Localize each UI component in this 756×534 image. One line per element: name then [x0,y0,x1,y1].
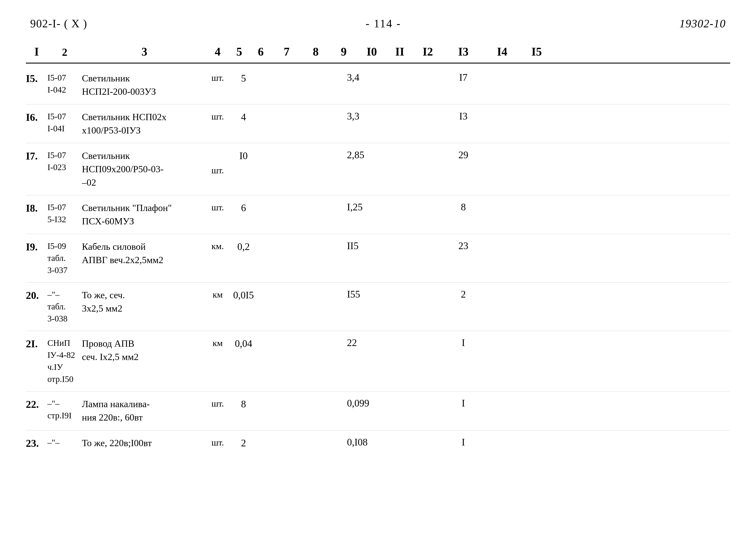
row-num: 23. [26,437,47,450]
row-unit: шт. [207,111,229,123]
row-ref: I5-075-I32 [47,201,82,225]
header-right: 19302-10 [680,17,726,30]
row-desc: То же, 220в;I00вт [82,437,207,450]
row-qty: 8 [229,397,258,411]
row-qty: 5 [229,72,258,85]
table-row: 23. –"– То же, 220в;I00вт шт. 2 0,I08 I [26,430,730,456]
row-num: I5. [26,72,47,86]
row-unit: шт. [207,397,229,410]
table-row: 20. –"–табл.3-038 То же, сеч.3х2,5 мм2 к… [26,283,730,331]
row-desc: То же, сеч.3х2,5 мм2 [82,289,207,315]
col-header-3: 3 [82,45,207,58]
header-left: 902-I- ( X ) [30,17,87,30]
row-value: II5 [330,240,386,251]
page: 902-I- ( X ) - 114 - 19302-10 I 2 3 4 5 … [0,0,756,534]
row-ref: I5-07I-023 [47,149,82,173]
row-num: 22. [26,397,47,412]
row-unit: шт. [207,201,229,214]
col-header-9: 9 [330,45,358,58]
header-center: - 114 - [366,17,401,30]
col-header-13: I3 [442,45,485,58]
row-value: I55 [330,289,386,300]
col-header-10: I0 [358,45,386,58]
row-qty: 0,04 [229,337,258,350]
table-row: I9. I5-09табл.3-037 Кабель силовойАПВГ в… [26,234,730,283]
row-unit: шт. [207,72,229,84]
col-header-7: 7 [272,45,302,58]
row-unit: км [207,289,229,301]
row-ref: СНиПIУ-4-82ч.IУотр.I50 [47,337,82,385]
table-row: I7. I5-07I-023 СветильникНСП09х200/Р50-0… [26,143,730,195]
row-qty: I0 [229,149,258,163]
row-unit: шт. [207,437,229,449]
row-desc: Провод АПВсеч. Iх2,5 мм2 [82,337,207,364]
row-result: I7 [442,72,485,83]
col-header-5: 5 [229,45,250,58]
col-header-1: I [26,45,47,58]
col-header-14: I4 [485,45,519,58]
col-header-2: 2 [47,46,82,58]
row-value: 22 [330,337,386,348]
data-rows: I5. I5-07I-042 СветильникНСП2I-200-003УЗ… [26,66,730,456]
row-result: 23 [442,240,485,251]
row-qty: 6 [229,201,258,215]
row-qty: 0,0I5 [229,289,258,302]
row-unit: шт. [207,149,229,177]
row-result: 29 [442,149,485,161]
row-result: 2 [442,289,485,300]
row-desc: Лампа накалива-ния 220в:, 60вт [82,397,207,424]
row-value: 3,4 [330,72,386,83]
row-unit: км [207,337,229,349]
col-header-4: 4 [207,45,229,58]
row-num: I9. [26,240,47,254]
row-qty: 0,2 [229,240,258,253]
col-header-12: I2 [414,45,442,58]
row-num: I8. [26,201,47,215]
row-num: 2I. [26,337,47,351]
row-ref: –"–табл.3-038 [47,289,82,325]
row-result: I [442,397,485,409]
row-value: I,25 [330,201,386,213]
table-row: 2I. СНиПIУ-4-82ч.IУотр.I50 Провод АПВсеч… [26,331,730,392]
row-desc: Кабель силовойАПВГ веч.2х2,5мм2 [82,240,207,267]
columns-header: I 2 3 4 5 6 7 8 9 I0 II I2 I3 I4 I5 [26,38,730,64]
table-row: I5. I5-07I-042 СветильникНСП2I-200-003УЗ… [26,66,730,104]
row-desc: СветильникНСП09х200/Р50-03-–02 [82,149,207,189]
header: 902-I- ( X ) - 114 - 19302-10 [26,17,730,30]
row-ref: –"–стр.I9I [47,397,82,421]
row-desc: СветильникНСП2I-200-003УЗ [82,72,207,98]
row-desc: Светильник НСП02хх100/Р53-0IУЗ [82,111,207,137]
table-row: I8. I5-075-I32 Светильник "Плафон"ПСХ-60… [26,195,730,234]
row-value: 0,099 [330,397,386,409]
row-num: I6. [26,111,47,124]
row-value: 0,I08 [330,437,386,448]
row-result: 8 [442,201,485,213]
table-row: 22. –"–стр.I9I Лампа накалива-ния 220в:,… [26,392,730,430]
row-ref: I5-07I-04I [47,111,82,135]
row-result: I [442,437,485,448]
row-ref: I5-07I-042 [47,72,82,96]
col-header-8: 8 [302,45,330,58]
col-header-11: II [386,45,414,58]
row-result: I3 [442,111,485,122]
row-num: 20. [26,289,47,302]
table-row: I6. I5-07I-04I Светильник НСП02хх100/Р53… [26,104,730,143]
row-result: I [442,337,485,348]
row-qty: 4 [229,111,258,124]
row-value: 2,85 [330,149,386,161]
row-num: I7. [26,149,47,163]
row-ref: I5-09табл.3-037 [47,240,82,276]
row-unit: км. [207,240,229,252]
row-qty: 2 [229,437,258,450]
row-desc: Светильник "Плафон"ПСХ-60МУЗ [82,201,207,228]
row-ref: –"– [47,437,82,448]
col-header-6: 6 [250,45,272,58]
row-value: 3,3 [330,111,386,122]
col-header-15: I5 [519,45,554,58]
